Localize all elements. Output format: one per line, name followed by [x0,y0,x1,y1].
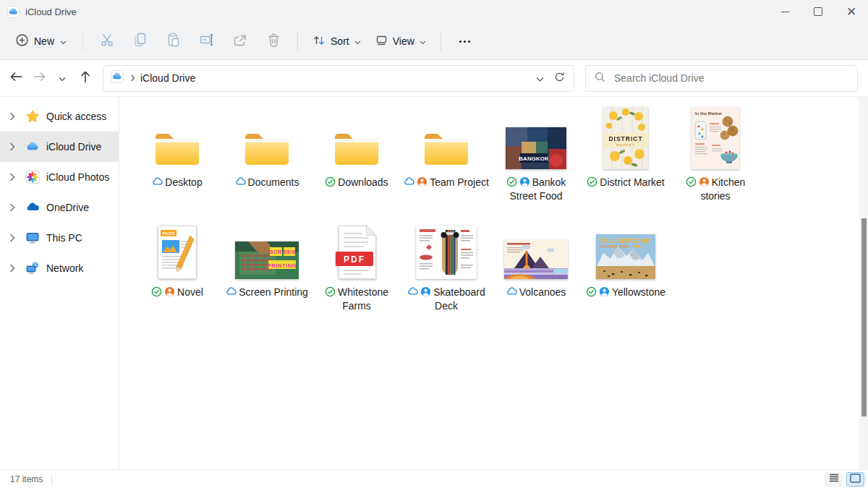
folder-thumbnail [333,103,380,169]
folder-thumbnail [153,103,201,169]
file-name: Team Project [430,176,489,188]
svg-text:DISTRICT: DISTRICT [608,135,642,142]
file-item[interactable]: Volcanoes [491,213,581,318]
paste-icon [167,33,180,50]
sort-button[interactable]: Sort [305,29,368,54]
address-bar[interactable]: iCloud Drive [103,65,574,92]
file-item[interactable]: Desktop [132,103,222,208]
delete-button[interactable] [257,28,290,54]
file-item[interactable]: Skateboard Deck [401,213,491,318]
file-item[interactable]: BANGKOKBankok Street Food [491,103,581,208]
shared-blue-icon [420,286,431,297]
file-item[interactable]: PAGESNovel [132,213,222,318]
rename-button[interactable] [190,28,224,54]
rename-icon [200,33,214,49]
share-button[interactable] [224,28,257,54]
toolbar-divider [297,32,298,51]
up-button[interactable] [74,66,97,90]
forward-arrow-icon [33,72,46,85]
sidebar-item-this-pc[interactable]: This PC [0,223,119,253]
file-name: Desktop [165,176,202,188]
toolbar-divider [441,32,441,51]
minimize-button[interactable] [768,0,801,23]
back-arrow-icon [10,72,22,85]
sidebar-item-onedrive[interactable]: OneDrive [0,192,119,223]
navigation-pane: Quick accessiCloud DriveiCloud PhotosOne… [0,97,119,470]
search-input[interactable] [613,72,848,85]
svg-text:In the Market: In the Market [695,111,722,116]
item-count: 17 items [10,474,43,484]
file-name: Downloads [338,176,388,188]
forward-button[interactable] [27,66,51,90]
window-title: iCloud Drive [25,7,77,17]
file-item[interactable]: DISTRICTMARKETDistrict Market [581,103,671,208]
chevron-down-icon [60,35,67,47]
file-name: Skateboard Deck [433,286,485,312]
chevron-right-icon[interactable] [9,173,16,181]
file-item[interactable]: Downloads [312,103,401,208]
sidebar-item-network[interactable]: Network [0,253,119,283]
plus-circle-icon [16,34,28,48]
maximize-button[interactable] [801,0,835,23]
paste-button[interactable] [157,28,190,54]
chevron-right-icon[interactable] [9,142,16,151]
chevron-right-icon[interactable] [9,234,16,242]
file-item[interactable]: SCREENPRINTINGScreen Printing [222,213,312,318]
file-item[interactable]: In the MarketKitchen stories [671,103,760,208]
district-market-poster-thumbnail: DISTRICTMARKET [603,103,648,169]
file-item[interactable]: YELLOWSTONENATIONAL PARKYellowstone [581,213,671,318]
cut-button[interactable] [90,28,124,54]
chevron-right-icon[interactable] [9,264,16,273]
shared-blue-icon [599,286,610,297]
address-dropdown-button[interactable] [536,72,544,85]
sidebar-item-icloud-photos[interactable]: iCloud Photos [0,162,119,192]
file-name: Screen Printing [239,286,308,298]
file-label: Desktop [152,176,202,189]
chevron-right-icon[interactable] [9,203,16,212]
sidebar-item-label: Quick access [46,111,106,122]
search-box[interactable] [585,65,858,92]
file-label: Screen Printing [226,286,308,299]
star-icon [25,109,40,124]
sidebar-item-label: OneDrive [46,202,89,213]
content-pane: DesktopDocumentsDownloadsTeam ProjectBAN… [119,97,868,470]
file-item[interactable]: PDFWhitestone Farms [312,213,401,318]
chevron-down-icon [420,35,426,47]
file-label: Whitestone Farms [312,286,401,313]
downloaded-check-icon [506,176,517,187]
file-item[interactable]: Team Project [401,103,491,208]
back-button[interactable] [4,66,27,90]
more-options-button[interactable] [448,28,482,54]
file-name: Whitestone Farms [338,286,388,312]
thumbnail-view-button[interactable] [846,472,864,487]
vertical-scrollbar[interactable] [859,97,868,468]
toolbar-divider [82,32,83,51]
sidebar-item-label: This PC [46,232,82,244]
scrollbar-thumb[interactable] [861,218,867,416]
sidebar-item-quick-access[interactable]: Quick access [0,101,119,132]
svg-text:PRINTING: PRINTING [268,262,297,269]
icloud-synced-icon [407,286,418,297]
search-icon [595,72,605,85]
file-label: Kitchen stories [671,176,760,203]
new-button[interactable]: New [7,29,75,53]
file-name: Yellowstone [612,286,665,298]
refresh-button[interactable] [554,72,565,85]
maximize-icon [814,7,822,16]
view-button[interactable]: View [368,30,433,53]
copy-button[interactable] [124,28,157,54]
breadcrumb[interactable]: iCloud Drive [140,72,195,84]
list-view-button[interactable] [825,472,843,487]
close-button[interactable]: ✕ [835,0,868,23]
sidebar-item-icloud-drive[interactable]: iCloud Drive [0,132,119,162]
chevron-right-icon[interactable] [9,112,16,121]
up-arrow-icon [80,71,90,86]
network-icon [25,261,40,275]
command-bar: New Sort View [0,23,868,60]
sidebar-item-label: iCloud Photos [46,171,109,183]
file-item[interactable]: Documents [222,103,312,208]
status-bar: 17 items [0,469,868,488]
recent-locations-button[interactable] [51,66,74,90]
kitchen-stories-page-thumbnail: In the Market [692,103,739,169]
svg-text:BANGKOK: BANGKOK [519,155,549,162]
